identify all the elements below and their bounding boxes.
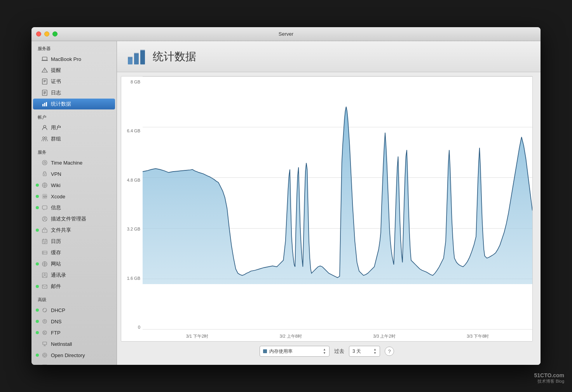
svg-rect-0	[42, 57, 47, 60]
sidebar-item-alerts[interactable]: 提醒	[33, 65, 115, 76]
sidebar-item-calendar[interactable]: 17 日历	[33, 236, 115, 247]
sidebar-item-dns[interactable]: DNS	[33, 316, 115, 327]
sidebar: 服务器 MacBook Pro 提醒 证书	[31, 41, 117, 365]
sidebar-item-netinstall[interactable]: NetInstall	[33, 338, 115, 349]
sidebar-item-wiki[interactable]: Wiki	[33, 180, 115, 191]
period-value: 3 天	[352, 348, 371, 355]
open-directory-icon	[41, 351, 49, 359]
profile-icon	[41, 215, 49, 223]
chart-toolbar: 内存使用率 ▲ ▼ 过去 3 天 ▲ ▼	[121, 342, 533, 361]
sidebar-label-netinstall: NetInstall	[51, 341, 72, 347]
sidebar-item-users[interactable]: 用户	[33, 122, 115, 133]
svg-rect-74	[134, 53, 139, 54]
sidebar-item-ftp[interactable]: FTP	[33, 327, 115, 338]
maximize-button[interactable]	[52, 31, 58, 36]
alert-icon	[41, 66, 49, 74]
sidebar-item-caching[interactable]: 缓存	[33, 247, 115, 258]
sidebar-item-profile-manager[interactable]: 描述文件管理器	[33, 213, 115, 224]
svg-point-51	[44, 321, 45, 322]
y-label-1gb: 1.6 GB	[124, 276, 140, 281]
x-label-2: 3/2 上午8时	[279, 333, 302, 339]
vpn-icon	[41, 170, 49, 178]
sidebar-item-contacts[interactable]: 通讯录	[33, 270, 115, 281]
x-label-1: 3/1 下午2时	[186, 333, 208, 339]
sidebar-item-stats[interactable]: 统计数据	[33, 99, 115, 109]
y-label-0: 0	[124, 325, 140, 330]
sidebar-label-certificates: 证书	[51, 78, 61, 85]
metric-arrows: ▲ ▼	[323, 348, 326, 355]
page-title: 统计数据	[153, 49, 196, 64]
wiki-icon	[41, 181, 49, 189]
svg-rect-1	[42, 60, 48, 61]
y-label-3gb: 3.2 GB	[124, 227, 140, 231]
sidebar-item-dhcp[interactable]: DHCP	[33, 305, 115, 316]
titlebar: Server	[31, 27, 541, 41]
metric-color-swatch	[263, 349, 267, 353]
app-window: Server 服务器 MacBook Pro 提醒	[31, 27, 541, 365]
sidebar-item-time-machine[interactable]: Time Machine	[33, 157, 115, 168]
sidebar-label-users: 用户	[51, 124, 61, 131]
section-services: 服务	[31, 145, 117, 157]
ftp-icon	[41, 329, 49, 336]
svg-line-23	[45, 163, 45, 163]
sidebar-item-macbook-pro[interactable]: MacBook Pro	[33, 54, 115, 64]
sidebar-item-groups[interactable]: 群组	[33, 134, 115, 144]
watermark-logo: 51CTO.com	[534, 372, 564, 378]
svg-rect-5	[42, 79, 47, 84]
status-dot-fileshare	[36, 229, 39, 232]
content-header: 统计数据	[117, 41, 541, 72]
sidebar-item-file-sharing[interactable]: 文件共享	[33, 225, 115, 236]
sidebar-item-certificates[interactable]: 证书	[33, 76, 115, 87]
status-dot-wiki	[36, 184, 39, 187]
contacts-icon	[41, 271, 49, 279]
minimize-button[interactable]	[44, 31, 49, 36]
help-button[interactable]: ?	[385, 347, 394, 356]
content-area: 统计数据 8 GB 6.4 GB 4.8 GB 3.2 GB 1.6 GB 0	[117, 41, 541, 365]
svg-rect-73	[128, 57, 133, 58]
status-dot-ftp	[36, 331, 39, 334]
svg-point-32	[44, 217, 45, 219]
sidebar-label-stats: 统计数据	[51, 101, 71, 108]
y-label-6gb: 6.4 GB	[124, 128, 140, 133]
svg-point-63	[44, 356, 45, 357]
sidebar-item-mail[interactable]: 邮件	[33, 281, 115, 292]
svg-point-19	[45, 137, 47, 139]
svg-rect-57	[43, 342, 47, 345]
sidebar-label-xsan: Xsan	[51, 364, 63, 365]
status-dot-xcode	[36, 195, 39, 198]
sidebar-label-messages: 信息	[51, 204, 61, 211]
svg-rect-70	[128, 57, 133, 64]
help-label: ?	[388, 349, 391, 354]
sidebar-label-open-directory: Open Directory	[51, 352, 85, 358]
x-axis-labels: 3/1 下午2时 3/2 上午8时 3/3 上午2时 3/3 下午8时	[143, 333, 532, 339]
svg-rect-71	[134, 54, 139, 64]
sidebar-label-websites: 网站	[51, 260, 61, 267]
sidebar-item-logs[interactable]: 日志	[33, 87, 115, 98]
sidebar-item-vpn[interactable]: VPN	[33, 168, 115, 179]
period-selector[interactable]: 3 天 ▲ ▼	[349, 346, 380, 357]
main-content: 服务器 MacBook Pro 提醒 证书	[31, 41, 541, 365]
sidebar-item-messages[interactable]: 信息	[33, 202, 115, 213]
metric-selector[interactable]: 内存使用率 ▲ ▼	[260, 346, 330, 357]
sidebar-item-xsan[interactable]: Xsan	[33, 361, 115, 365]
log-icon	[41, 89, 49, 97]
sidebar-label-file-sharing: 文件共享	[51, 227, 71, 234]
svg-rect-16	[46, 102, 47, 106]
sidebar-item-xcode[interactable]: </> Xcode	[33, 191, 115, 202]
close-button[interactable]	[36, 31, 41, 36]
sidebar-label-alerts: 提醒	[51, 67, 61, 74]
sidebar-label-xcode: Xcode	[51, 194, 65, 199]
svg-text:17: 17	[44, 241, 46, 244]
svg-rect-72	[140, 50, 145, 64]
svg-point-61	[44, 354, 46, 356]
x-label-4: 3/3 下午8时	[467, 333, 489, 339]
section-server: 服务器	[31, 41, 117, 53]
xsan-icon	[41, 363, 49, 365]
sidebar-label-wiki: Wiki	[51, 182, 61, 188]
period-prefix: 过去	[334, 348, 344, 355]
xcode-icon: </>	[41, 193, 49, 200]
svg-rect-9	[42, 90, 47, 95]
section-accounts: 帐户	[31, 110, 117, 122]
sidebar-item-websites[interactable]: 网站	[33, 258, 115, 269]
sidebar-item-open-directory[interactable]: Open Directory	[33, 350, 115, 361]
